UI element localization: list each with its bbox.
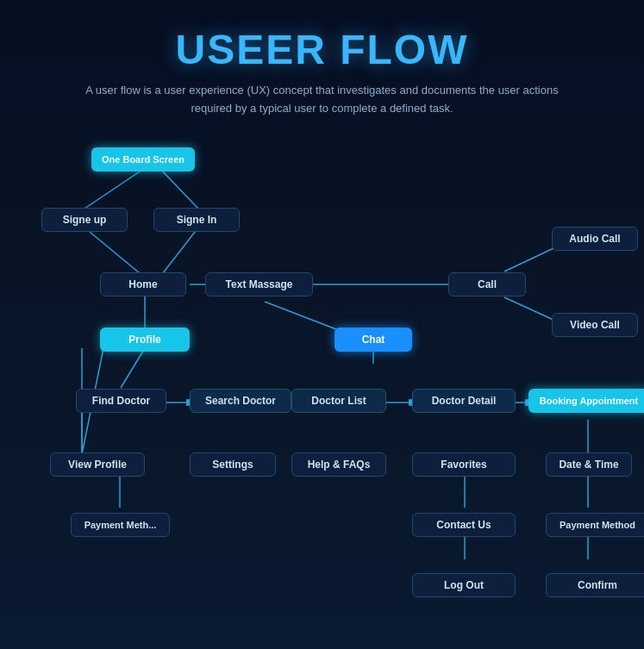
node-confirm: Confirm [546, 573, 644, 597]
node-favorites: Favorites [412, 452, 516, 477]
node-settings: Settings [190, 452, 276, 477]
node-logout: Log Out [412, 573, 516, 597]
node-helpfaqs: Help & FAQs [291, 452, 386, 477]
node-signup: Signe up [41, 208, 128, 232]
svg-line-2 [84, 228, 145, 278]
svg-line-3 [159, 228, 198, 278]
node-doctorlist: Doctor List [291, 389, 386, 413]
node-paymentmeth: Payment Meth... [71, 513, 170, 537]
node-textmassage: Text Massage [205, 272, 313, 296]
svg-line-1 [159, 168, 198, 209]
node-signin: Signe In [153, 208, 240, 232]
node-contactus: Contact Us [412, 513, 516, 537]
node-viewprofile: View Profile [50, 452, 145, 477]
node-bookingappointment: Booking Appointment [528, 389, 644, 413]
svg-line-9 [265, 302, 336, 329]
node-call: Call [448, 272, 526, 296]
node-datetime: Date & Time [546, 452, 632, 477]
node-searchdoctor: Search Doctor [190, 389, 291, 413]
svg-line-0 [84, 168, 145, 209]
page-wrapper: USEER FLOW A user flow is a user experie… [0, 0, 644, 649]
node-videocall: Video Call [552, 313, 638, 337]
node-paymentmethod: Payment Method [546, 513, 644, 537]
node-finddoctor: Find Doctor [76, 389, 166, 413]
node-profile: Profile [100, 328, 190, 352]
subtitle: A user flow is a user experience (UX) co… [17, 82, 627, 118]
node-chat: Chat [335, 328, 412, 352]
flow-diagram: One Board Screen Signe up Signe In Home … [17, 144, 627, 627]
node-oneboard: One Board Screen [91, 147, 195, 172]
node-doctordetail: Doctor Detail [412, 389, 516, 413]
node-home: Home [100, 272, 186, 296]
node-audiocall: Audio Call [552, 227, 638, 251]
svg-line-11 [121, 348, 145, 388]
page-title: USEER FLOW [17, 26, 627, 73]
